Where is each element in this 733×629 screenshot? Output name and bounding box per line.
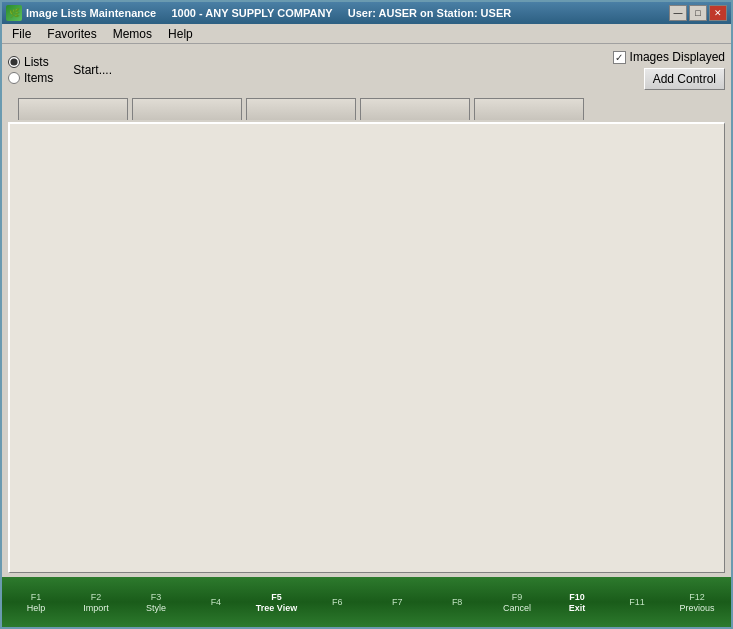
title-bar: 🌿 Image Lists Maintenance 1000 - ANY SUP… <box>2 2 731 24</box>
fkey-f3[interactable]: F3 Style <box>136 592 176 613</box>
images-displayed-row: ✓ Images Displayed <box>613 50 725 64</box>
window-title: Image Lists Maintenance 1000 - ANY SUPPL… <box>26 7 511 19</box>
radio-items: Items <box>8 71 53 85</box>
top-right-controls: ✓ Images Displayed Add Control <box>613 50 725 90</box>
menu-memos[interactable]: Memos <box>105 25 160 43</box>
status-text: Start.... <box>73 63 612 77</box>
minimize-button[interactable]: — <box>669 5 687 21</box>
fkey-f12[interactable]: F12 Previous <box>677 592 717 613</box>
close-button[interactable]: ✕ <box>709 5 727 21</box>
fkey-f2[interactable]: F2 Import <box>76 592 116 613</box>
fkey-f11[interactable]: F11 <box>617 597 657 608</box>
menu-file[interactable]: File <box>4 25 39 43</box>
radio-items-label: Items <box>24 71 53 85</box>
radio-lists: Lists <box>8 55 53 69</box>
maximize-button[interactable]: □ <box>689 5 707 21</box>
fkey-f8[interactable]: F8 <box>437 597 477 608</box>
fkey-f4[interactable]: F4 <box>196 597 236 608</box>
add-control-button[interactable]: Add Control <box>644 68 725 90</box>
top-row: Lists Items Start.... ✓ Images Displayed… <box>8 48 725 92</box>
fkey-f6[interactable]: F6 <box>317 597 357 608</box>
title-bar-controls: — □ ✕ <box>669 5 727 21</box>
main-content: Lists Items Start.... ✓ Images Displayed… <box>2 44 731 577</box>
fkey-f9[interactable]: F9 Cancel <box>497 592 537 613</box>
tabs-row <box>8 98 725 120</box>
app-icon: 🌿 <box>6 5 22 21</box>
fkey-f10[interactable]: F10 Exit <box>557 592 597 613</box>
menu-help[interactable]: Help <box>160 25 201 43</box>
tab-2[interactable] <box>132 98 242 120</box>
tab-4[interactable] <box>360 98 470 120</box>
tab-3[interactable] <box>246 98 356 120</box>
images-displayed-label: Images Displayed <box>630 50 725 64</box>
fkey-f7[interactable]: F7 <box>377 597 417 608</box>
footer-fkeys: F1 Help F2 Import F3 Style F4 F5 Tree Vi… <box>2 577 731 627</box>
radio-lists-input[interactable] <box>8 56 20 68</box>
fkey-f5[interactable]: F5 Tree View <box>256 592 297 613</box>
main-window: 🌿 Image Lists Maintenance 1000 - ANY SUP… <box>0 0 733 629</box>
radio-group: Lists Items <box>8 55 53 85</box>
images-displayed-checkbox[interactable]: ✓ <box>613 51 626 64</box>
menu-favorites[interactable]: Favorites <box>39 25 104 43</box>
title-bar-left: 🌿 Image Lists Maintenance 1000 - ANY SUP… <box>6 5 511 21</box>
fkey-f1[interactable]: F1 Help <box>16 592 56 613</box>
radio-lists-label: Lists <box>24 55 49 69</box>
tab-1[interactable] <box>18 98 128 120</box>
tab-5[interactable] <box>474 98 584 120</box>
work-area <box>8 122 725 573</box>
radio-items-input[interactable] <box>8 72 20 84</box>
menu-bar: File Favorites Memos Help <box>2 24 731 44</box>
